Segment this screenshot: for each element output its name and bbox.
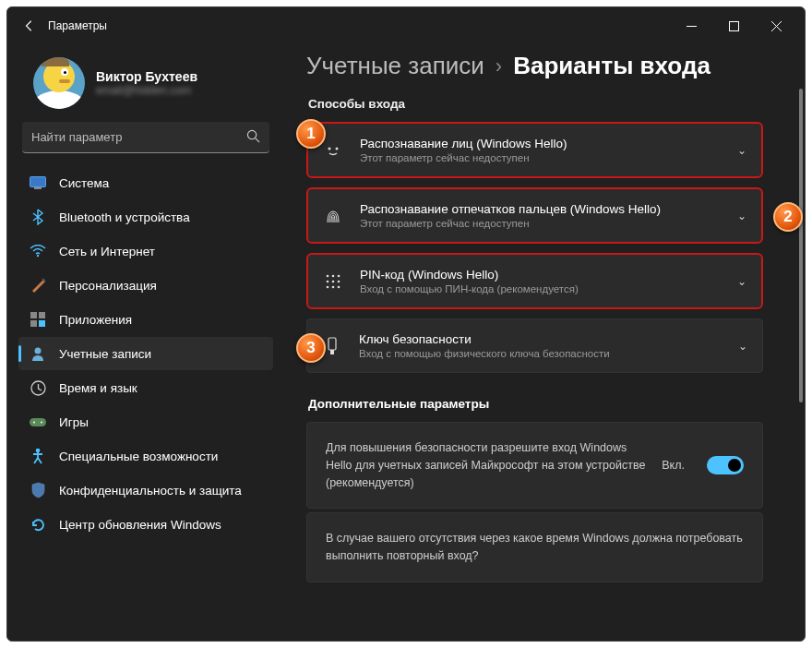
svg-rect-31: [330, 350, 334, 354]
nav-label: Bluetooth и устройства: [59, 210, 190, 224]
system-icon: [30, 174, 46, 191]
card-subtitle: Этот параметр сейчас недоступен: [360, 152, 721, 163]
svg-point-8: [37, 255, 39, 257]
pin-icon: [323, 271, 343, 292]
svg-point-13: [35, 348, 42, 354]
breadcrumb-parent[interactable]: Учетные записи: [306, 52, 484, 80]
nav-label: Игры: [59, 415, 89, 429]
breadcrumb: Учетные записи › Варианты входа: [306, 52, 805, 80]
svg-point-18: [36, 449, 41, 453]
card-fingerprint[interactable]: Распознавание отпечатков пальцев (Window…: [306, 187, 763, 244]
search-box[interactable]: [22, 122, 269, 153]
nav: Система Bluetooth и устройства Сеть и Ин…: [18, 166, 273, 541]
sidebar-item-accounts[interactable]: Учетные записи: [18, 337, 273, 370]
time-icon: [30, 379, 46, 396]
breadcrumb-current: Варианты входа: [513, 52, 710, 80]
card-subtitle: Вход с помощью физического ключа безопас…: [359, 348, 722, 359]
card-security-key[interactable]: Ключ безопасности Вход с помощью физичес…: [306, 318, 763, 373]
nav-label: Учетные записи: [59, 347, 151, 361]
user-block[interactable]: Виктор Бухтеев email@hidden.com: [18, 50, 273, 122]
svg-point-28: [332, 285, 335, 288]
info-text: Для повышения безопасности разрешите вхо…: [326, 439, 647, 491]
svg-point-29: [338, 285, 340, 288]
svg-point-25: [332, 280, 335, 282]
nav-label: Приложения: [59, 313, 132, 327]
svg-point-16: [33, 421, 35, 423]
scrollbar[interactable]: [798, 89, 804, 633]
svg-point-27: [327, 285, 329, 288]
accessibility-icon: [30, 448, 46, 464]
sidebar-item-time[interactable]: Время и язык: [18, 371, 273, 404]
card-hello-only: Для повышения безопасности разрешите вхо…: [306, 422, 763, 509]
annotation-badge-3: 3: [296, 333, 326, 363]
section-additional: Дополнительные параметры: [308, 397, 805, 411]
svg-point-23: [338, 274, 340, 277]
toggle-switch[interactable]: [707, 456, 744, 474]
svg-rect-15: [30, 418, 46, 426]
card-subtitle: Вход с помощью ПИН-кода (рекомендуется): [360, 283, 721, 294]
svg-rect-10: [39, 312, 45, 318]
sidebar-item-system[interactable]: Система: [18, 166, 273, 199]
annotation-badge-2: 2: [773, 202, 803, 232]
maximize-button[interactable]: [712, 11, 755, 41]
nav-label: Центр обновления Windows: [59, 518, 221, 532]
svg-rect-1: [729, 21, 738, 30]
svg-rect-11: [30, 320, 37, 327]
sidebar-item-personalization[interactable]: Персонализация: [18, 269, 273, 302]
sidebar-item-accessibility[interactable]: Специальные возможности: [18, 439, 273, 473]
account-icon: [30, 345, 46, 362]
sidebar-item-privacy[interactable]: Конфиденциальность и защита: [18, 474, 273, 507]
section-signin-methods: Способы входа: [308, 97, 805, 111]
svg-point-17: [41, 421, 42, 423]
wifi-icon: [30, 243, 46, 259]
face-icon: [323, 140, 343, 161]
svg-line-5: [256, 138, 259, 141]
scrollbar-thumb[interactable]: [799, 89, 803, 402]
svg-rect-9: [30, 312, 37, 318]
svg-rect-7: [34, 187, 42, 189]
card-reauth-timeout: В случае вашего отсутствия через какое в…: [306, 512, 763, 582]
sidebar-item-bluetooth[interactable]: Bluetooth и устройства: [18, 200, 273, 234]
card-subtitle: Этот параметр сейчас недоступен: [360, 218, 721, 229]
svg-point-24: [327, 280, 329, 282]
nav-label: Конфиденциальность и защита: [59, 484, 242, 498]
chevron-down-icon: ⌄: [737, 144, 746, 157]
nav-label: Специальные возможности: [59, 450, 218, 463]
sidebar-item-network[interactable]: Сеть и Интернет: [18, 234, 273, 268]
svg-point-4: [247, 130, 256, 138]
main-content: Учетные записи › Варианты входа Способы …: [284, 44, 805, 641]
nav-label: Время и язык: [59, 381, 137, 395]
svg-rect-6: [30, 177, 46, 187]
svg-point-19: [328, 147, 331, 150]
card-pin[interactable]: PIN-код (Windows Hello) Вход с помощью П…: [306, 253, 763, 309]
minimize-button[interactable]: [670, 11, 712, 41]
svg-rect-30: [328, 338, 336, 350]
card-title: Распознавание лиц (Windows Hello): [360, 137, 721, 150]
annotation-badge-1: 1: [296, 119, 326, 149]
card-title: Распознавание отпечатков пальцев (Window…: [360, 202, 721, 216]
sidebar-item-update[interactable]: Центр обновления Windows: [18, 508, 273, 541]
user-email: email@hidden.com: [96, 84, 197, 97]
search-input[interactable]: [31, 130, 246, 144]
nav-label: Сеть и Интернет: [59, 245, 155, 258]
apps-icon: [30, 311, 46, 328]
settings-window: Параметры Виктор Бухтеев email@hidden.co…: [6, 6, 806, 642]
sidebar-item-gaming[interactable]: Игры: [18, 405, 273, 438]
close-button[interactable]: [755, 11, 797, 41]
card-face-recognition[interactable]: Распознавание лиц (Windows Hello) Этот п…: [306, 122, 763, 178]
fingerprint-icon: [323, 206, 343, 226]
svg-point-22: [332, 274, 335, 277]
chevron-down-icon: ⌄: [737, 275, 746, 288]
titlebar: Параметры: [7, 7, 805, 44]
avatar: [33, 57, 85, 109]
games-icon: [30, 414, 46, 430]
back-button[interactable]: [15, 11, 44, 41]
window-title: Параметры: [48, 19, 107, 32]
user-name: Виктор Бухтеев: [96, 69, 197, 84]
sidebar-item-apps[interactable]: Приложения: [18, 303, 273, 336]
update-icon: [30, 516, 46, 533]
chevron-right-icon: ›: [496, 54, 502, 78]
sidebar: Виктор Бухтеев email@hidden.com Система …: [7, 44, 284, 641]
card-title: Ключ безопасности: [359, 332, 722, 346]
svg-point-20: [336, 147, 339, 150]
